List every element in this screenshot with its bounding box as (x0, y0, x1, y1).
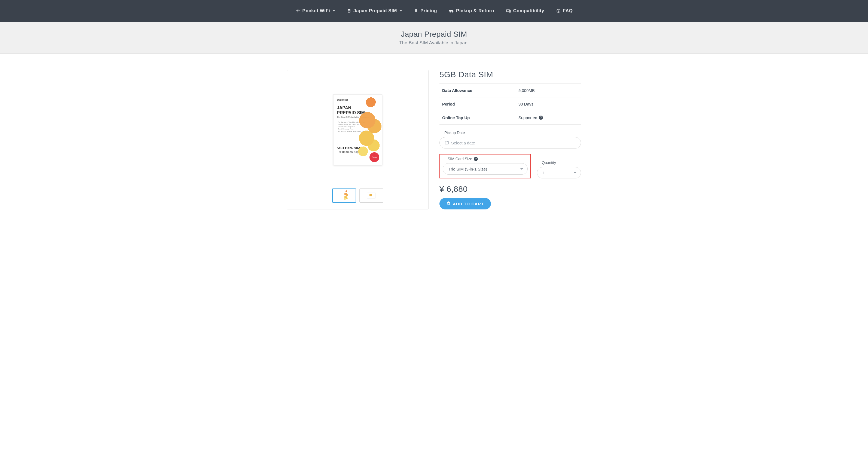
add-to-cart-button[interactable]: ADD TO CART (439, 198, 491, 209)
sim-size-value: Trio SIM (3-in-1 Size) (448, 167, 487, 171)
nav-pricing[interactable]: Pricing (414, 8, 437, 13)
pickup-date-input[interactable]: Select a date (439, 137, 581, 148)
page-title: Japan Prepaid SIM (0, 30, 868, 39)
add-to-cart-label: ADD TO CART (453, 202, 484, 206)
quantity-value: 1 (542, 170, 545, 175)
spec-value: Supported ? (518, 115, 543, 120)
nav-label: Pricing (421, 8, 437, 13)
pickup-date-placeholder: Select a date (451, 141, 475, 145)
quantity-label: Quantity (542, 161, 581, 165)
wifi-icon (296, 8, 300, 13)
chevron-down-icon (520, 168, 523, 170)
svg-point-4 (450, 11, 451, 12)
bag-icon (446, 201, 451, 206)
devices-icon (506, 9, 511, 13)
nav-pickup-return[interactable]: Pickup & Return (449, 8, 494, 13)
svg-point-5 (452, 11, 453, 12)
svg-point-9 (558, 12, 558, 12)
spec-value: 30 Days (518, 102, 533, 106)
nav-label: Pickup & Return (456, 8, 494, 13)
sim-size-highlight: SIM Card Size ? Trio SIM (3-in-1 Size) (439, 154, 531, 178)
japan-map-graphic (353, 96, 382, 156)
price: ¥ 6,880 (439, 185, 581, 194)
thumbnail-row (332, 189, 383, 203)
order-form: Pickup Date Select a date SIM Card Size … (439, 131, 581, 209)
svg-rect-11 (369, 194, 372, 196)
sim-size-select[interactable]: Trio SIM (3-in-1 Size) (443, 163, 528, 175)
spec-value-text: Supported (518, 115, 537, 120)
thumbnail-2[interactable] (360, 189, 383, 203)
chevron-down-icon (333, 10, 335, 11)
nav-faq[interactable]: FAQ (556, 8, 572, 13)
nano-badge: Nano (369, 152, 379, 162)
pickup-date-label: Pickup Date (444, 131, 581, 135)
quantity-block: Quantity 1 (537, 161, 581, 178)
nav-label: Compatibility (513, 8, 544, 13)
sim-icon (347, 9, 351, 13)
spec-value: 5,000MB (518, 88, 535, 93)
help-icon[interactable]: ? (539, 115, 543, 120)
help-icon[interactable]: ? (474, 157, 478, 161)
chevron-down-icon (400, 10, 402, 11)
spec-row: Period 30 Days (439, 97, 581, 111)
thumbnail-1[interactable] (332, 189, 356, 203)
product-gallery: eConnect JAPAN PREPAID SIM The Best SIM … (287, 70, 429, 209)
spec-row: Data Allowance 5,000MB (439, 84, 581, 97)
spec-label: Online Top Up (442, 115, 518, 120)
main-navbar: Pocket WiFi Japan Prepaid SIM Pricing Pi… (0, 0, 868, 22)
nav-label: Pocket WiFi (303, 8, 330, 13)
page-subtitle: The Best SIM Available in Japan. (0, 40, 868, 46)
spec-label: Data Allowance (442, 88, 518, 93)
sim-size-label: SIM Card Size ? (447, 157, 528, 161)
nav-japan-sim[interactable]: Japan Prepaid SIM (347, 8, 402, 13)
truck-icon (449, 9, 454, 13)
spec-row: Online Top Up Supported ? (439, 111, 581, 125)
calendar-icon (445, 140, 449, 145)
sim-size-label-text: SIM Card Size (447, 157, 472, 161)
svg-rect-2 (348, 11, 350, 12)
nav-label: Japan Prepaid SIM (353, 8, 397, 13)
svg-rect-3 (449, 10, 452, 11)
spec-table: Data Allowance 5,000MB Period 30 Days On… (439, 84, 581, 125)
product-image-main[interactable]: eConnect JAPAN PREPAID SIM The Best SIM … (333, 76, 382, 184)
spec-label: Period (442, 102, 518, 106)
product-section: eConnect JAPAN PREPAID SIM The Best SIM … (284, 70, 584, 209)
product-details: 5GB Data SIM Data Allowance 5,000MB Peri… (439, 70, 581, 209)
quantity-select[interactable]: 1 (537, 167, 581, 178)
dollar-icon (414, 9, 418, 13)
chevron-down-icon (574, 172, 577, 173)
product-title: 5GB Data SIM (439, 70, 581, 84)
nav-pocket-wifi[interactable]: Pocket WiFi (296, 8, 335, 13)
page-hero: Japan Prepaid SIM The Best SIM Available… (0, 22, 868, 54)
help-icon (556, 9, 561, 13)
nav-compatibility[interactable]: Compatibility (506, 8, 544, 13)
svg-rect-12 (445, 141, 448, 144)
svg-point-0 (298, 12, 298, 12)
sim-package-card: eConnect JAPAN PREPAID SIM The Best SIM … (333, 94, 382, 165)
nav-label: FAQ (563, 8, 572, 13)
